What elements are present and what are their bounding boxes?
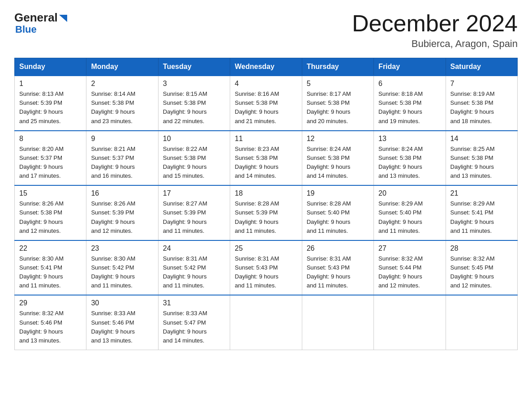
day-cell-31: 31Sunrise: 8:33 AMSunset: 5:47 PMDayligh… <box>158 295 230 350</box>
day-info: Sunrise: 8:33 AMSunset: 5:46 PMDaylight:… <box>91 309 153 345</box>
calendar-table: SundayMondayTuesdayWednesdayThursdayFrid… <box>14 58 518 350</box>
day-number: 8 <box>19 135 82 143</box>
day-info: Sunrise: 8:29 AMSunset: 5:41 PMDaylight:… <box>450 199 513 235</box>
empty-cell <box>302 295 373 350</box>
day-cell-9: 9Sunrise: 8:21 AMSunset: 5:37 PMDaylight… <box>86 131 158 186</box>
location-label: Bubierca, Aragon, Spain <box>352 38 518 50</box>
title-section: December 2024 Bubierca, Aragon, Spain <box>352 11 518 50</box>
day-number: 28 <box>450 244 513 253</box>
day-info: Sunrise: 8:21 AMSunset: 5:37 PMDaylight:… <box>91 145 153 181</box>
day-info: Sunrise: 8:15 AMSunset: 5:38 PMDaylight:… <box>163 90 225 126</box>
day-number: 17 <box>163 189 225 197</box>
day-number: 9 <box>91 135 153 143</box>
day-info: Sunrise: 8:16 AMSunset: 5:38 PMDaylight:… <box>235 90 297 126</box>
day-number: 5 <box>307 80 369 88</box>
day-cell-17: 17Sunrise: 8:27 AMSunset: 5:39 PMDayligh… <box>158 185 230 240</box>
day-number: 31 <box>163 299 225 307</box>
day-info: Sunrise: 8:31 AMSunset: 5:42 PMDaylight:… <box>163 254 225 291</box>
day-number: 21 <box>450 189 513 197</box>
day-info: Sunrise: 8:32 AMSunset: 5:45 PMDaylight:… <box>450 254 513 291</box>
day-number: 10 <box>163 135 225 143</box>
weekday-header-thursday: Thursday <box>302 58 373 76</box>
weekday-header-tuesday: Tuesday <box>158 58 230 76</box>
logo-blue-text: Blue <box>15 24 67 35</box>
day-number: 20 <box>378 189 441 197</box>
day-cell-28: 28Sunrise: 8:32 AMSunset: 5:45 PMDayligh… <box>446 240 517 295</box>
day-info: Sunrise: 8:22 AMSunset: 5:38 PMDaylight:… <box>163 145 225 181</box>
day-number: 11 <box>235 135 297 143</box>
weekday-header-monday: Monday <box>86 58 158 76</box>
day-cell-5: 5Sunrise: 8:17 AMSunset: 5:38 PMDaylight… <box>302 76 373 131</box>
day-number: 15 <box>19 189 82 197</box>
day-cell-2: 2Sunrise: 8:14 AMSunset: 5:38 PMDaylight… <box>86 76 158 131</box>
day-info: Sunrise: 8:24 AMSunset: 5:38 PMDaylight:… <box>378 145 441 181</box>
weekday-header-saturday: Saturday <box>446 58 517 76</box>
day-info: Sunrise: 8:33 AMSunset: 5:47 PMDaylight:… <box>163 309 225 345</box>
svg-marker-0 <box>59 15 67 22</box>
day-number: 29 <box>19 299 82 307</box>
day-info: Sunrise: 8:25 AMSunset: 5:38 PMDaylight:… <box>450 145 513 181</box>
day-cell-20: 20Sunrise: 8:29 AMSunset: 5:40 PMDayligh… <box>374 185 446 240</box>
day-info: Sunrise: 8:20 AMSunset: 5:37 PMDaylight:… <box>19 145 82 181</box>
day-cell-22: 22Sunrise: 8:30 AMSunset: 5:41 PMDayligh… <box>15 240 86 295</box>
day-info: Sunrise: 8:31 AMSunset: 5:43 PMDaylight:… <box>307 254 369 291</box>
day-number: 6 <box>378 80 441 88</box>
day-info: Sunrise: 8:27 AMSunset: 5:39 PMDaylight:… <box>163 199 225 235</box>
day-info: Sunrise: 8:29 AMSunset: 5:40 PMDaylight:… <box>378 199 441 235</box>
day-cell-4: 4Sunrise: 8:16 AMSunset: 5:38 PMDaylight… <box>230 76 302 131</box>
day-number: 22 <box>19 244 82 253</box>
day-info: Sunrise: 8:26 AMSunset: 5:38 PMDaylight:… <box>19 199 82 235</box>
day-cell-14: 14Sunrise: 8:25 AMSunset: 5:38 PMDayligh… <box>446 131 517 186</box>
month-title: December 2024 <box>352 11 518 36</box>
weekday-header-row: SundayMondayTuesdayWednesdayThursdayFrid… <box>15 58 518 76</box>
day-number: 7 <box>450 80 513 88</box>
day-cell-13: 13Sunrise: 8:24 AMSunset: 5:38 PMDayligh… <box>374 131 446 186</box>
day-cell-1: 1Sunrise: 8:13 AMSunset: 5:39 PMDaylight… <box>15 76 86 131</box>
day-info: Sunrise: 8:30 AMSunset: 5:41 PMDaylight:… <box>19 254 82 291</box>
weekday-header-wednesday: Wednesday <box>230 58 302 76</box>
day-info: Sunrise: 8:28 AMSunset: 5:40 PMDaylight:… <box>307 199 369 235</box>
day-cell-18: 18Sunrise: 8:28 AMSunset: 5:39 PMDayligh… <box>230 185 302 240</box>
day-number: 23 <box>91 244 153 253</box>
day-info: Sunrise: 8:14 AMSunset: 5:38 PMDaylight:… <box>91 90 153 126</box>
day-cell-23: 23Sunrise: 8:30 AMSunset: 5:42 PMDayligh… <box>86 240 158 295</box>
day-cell-7: 7Sunrise: 8:19 AMSunset: 5:38 PMDaylight… <box>446 76 517 131</box>
day-info: Sunrise: 8:32 AMSunset: 5:44 PMDaylight:… <box>378 254 441 291</box>
day-cell-29: 29Sunrise: 8:32 AMSunset: 5:46 PMDayligh… <box>15 295 86 350</box>
week-row-3: 15Sunrise: 8:26 AMSunset: 5:38 PMDayligh… <box>15 185 518 240</box>
day-cell-27: 27Sunrise: 8:32 AMSunset: 5:44 PMDayligh… <box>374 240 446 295</box>
day-cell-30: 30Sunrise: 8:33 AMSunset: 5:46 PMDayligh… <box>86 295 158 350</box>
weekday-header-sunday: Sunday <box>15 58 86 76</box>
day-cell-15: 15Sunrise: 8:26 AMSunset: 5:38 PMDayligh… <box>15 185 86 240</box>
day-cell-3: 3Sunrise: 8:15 AMSunset: 5:38 PMDaylight… <box>158 76 230 131</box>
day-cell-26: 26Sunrise: 8:31 AMSunset: 5:43 PMDayligh… <box>302 240 373 295</box>
day-cell-12: 12Sunrise: 8:24 AMSunset: 5:38 PMDayligh… <box>302 131 373 186</box>
day-info: Sunrise: 8:24 AMSunset: 5:38 PMDaylight:… <box>307 145 369 181</box>
day-number: 14 <box>450 135 513 143</box>
day-number: 25 <box>235 244 297 253</box>
week-row-5: 29Sunrise: 8:32 AMSunset: 5:46 PMDayligh… <box>15 295 518 350</box>
empty-cell <box>230 295 302 350</box>
day-number: 1 <box>19 80 82 88</box>
logo: General Blue <box>14 11 67 35</box>
day-number: 27 <box>378 244 441 253</box>
day-info: Sunrise: 8:17 AMSunset: 5:38 PMDaylight:… <box>307 90 369 126</box>
logo-general-text: General <box>14 11 58 25</box>
day-number: 24 <box>163 244 225 253</box>
day-number: 12 <box>307 135 369 143</box>
empty-cell <box>374 295 446 350</box>
week-row-1: 1Sunrise: 8:13 AMSunset: 5:39 PMDaylight… <box>15 76 518 131</box>
logo-line1: General <box>14 11 67 25</box>
day-info: Sunrise: 8:23 AMSunset: 5:38 PMDaylight:… <box>235 145 297 181</box>
day-number: 13 <box>378 135 441 143</box>
empty-cell <box>446 295 517 350</box>
day-number: 19 <box>307 189 369 197</box>
day-info: Sunrise: 8:19 AMSunset: 5:38 PMDaylight:… <box>450 90 513 126</box>
day-info: Sunrise: 8:26 AMSunset: 5:39 PMDaylight:… <box>91 199 153 235</box>
day-cell-10: 10Sunrise: 8:22 AMSunset: 5:38 PMDayligh… <box>158 131 230 186</box>
day-number: 18 <box>235 189 297 197</box>
day-number: 16 <box>91 189 153 197</box>
day-number: 30 <box>91 299 153 307</box>
day-info: Sunrise: 8:18 AMSunset: 5:38 PMDaylight:… <box>378 90 441 126</box>
day-cell-8: 8Sunrise: 8:20 AMSunset: 5:37 PMDaylight… <box>15 131 86 186</box>
